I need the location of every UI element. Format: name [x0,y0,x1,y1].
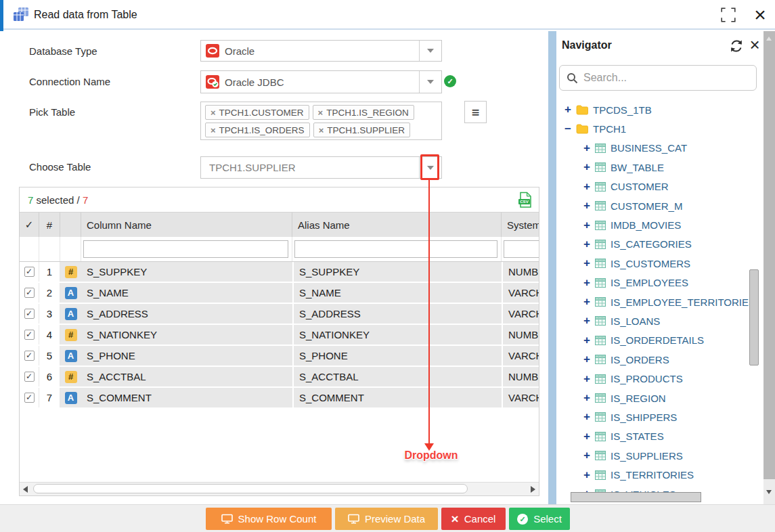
alias-name-filter-input[interactable] [294,240,497,258]
tree-toggle-icon[interactable]: + [564,103,576,116]
chip-remove-icon[interactable]: × [211,108,216,118]
row-checkbox[interactable]: ✓ [24,288,35,298]
tree-item-table[interactable]: +IS_CATEGORIES [556,235,759,254]
tree-item-table[interactable]: +IS_LOANS [556,311,759,330]
database-type-select[interactable]: Oracle [200,40,442,62]
header-column-name[interactable]: Column Name [81,213,292,237]
table-stack-icon [12,7,30,26]
tree-toggle-icon[interactable]: + [583,295,595,309]
table-row[interactable]: ✓3AS_ADDRESSS_ADDRESSVARCHAR [20,304,539,325]
tree-toggle-icon[interactable]: + [583,160,595,174]
grid-horizontal-scrollbar[interactable] [20,482,539,495]
row-checkbox[interactable]: ✓ [24,372,35,382]
pick-table-multiselect[interactable]: ×TPCH1.CUSTOMER×TPCH1.IS_REGION×TPCH1.IS… [200,102,442,140]
tree-toggle-icon[interactable]: + [583,141,595,155]
navigator-horizontal-scrollbar-thumb[interactable] [571,492,701,502]
tree-toggle-icon[interactable]: + [583,180,595,194]
scrollbar-thumb[interactable] [33,484,468,493]
tree-item-table[interactable]: +IS_EMPLOYEES [556,273,759,292]
tree-item-table[interactable]: +IS_ORDERS [556,350,759,369]
row-checkbox[interactable]: ✓ [24,330,35,340]
tree-item-table[interactable]: +CUSTOMER [556,177,759,196]
tree-toggle-icon[interactable]: + [583,410,595,424]
tree-item-table[interactable]: +IS_CUSTOMERS [556,254,759,273]
scroll-down-icon[interactable] [766,490,772,494]
tree-toggle-icon[interactable]: + [583,449,595,462]
window-vertical-scrollbar[interactable] [763,31,775,504]
table-row[interactable]: ✓4#S_NATIONKEYS_NATIONKEYNUMBER [20,325,539,346]
tree-toggle-icon[interactable]: + [583,199,595,213]
navigator-search-box[interactable] [559,65,757,91]
tree-toggle-icon[interactable]: + [583,372,595,386]
chevron-down-icon[interactable] [419,41,441,61]
tree-item-table[interactable]: +IS_EMPLOYEE_TERRITORIES [556,292,759,311]
navigator-vertical-scrollbar-thumb[interactable] [749,269,759,365]
tree-item-schema[interactable]: −TPCH1 [556,119,759,138]
header-system-type[interactable]: System [502,213,539,237]
tree-toggle-icon[interactable]: + [583,353,595,366]
tree-toggle-icon[interactable]: + [583,314,595,328]
close-button[interactable]: × [749,1,772,28]
table-row[interactable]: ✓2AS_NAMES_NAMEVARCHAR [20,283,539,304]
row-checkbox[interactable]: ✓ [24,309,35,319]
maximize-button[interactable] [719,7,738,24]
navigator-close-button[interactable]: × [746,33,763,56]
select-button[interactable]: ✓ Select [509,508,570,530]
table-icon [595,297,606,307]
row-checkbox[interactable]: ✓ [24,267,35,277]
connection-name-select[interactable]: Oracle JDBC [200,70,442,93]
chevron-down-icon[interactable] [419,71,441,93]
tree-toggle-icon[interactable]: + [583,430,595,443]
table-chip[interactable]: ×TPCH1.CUSTOMER [205,105,309,120]
tree-item-table[interactable]: +BUSINESS_CAT [556,139,759,158]
choose-table-select[interactable]: TPCH1.SUPPLIER [200,156,442,179]
chip-remove-icon[interactable]: × [211,125,216,135]
refresh-button[interactable] [728,39,745,55]
tree-item-table[interactable]: +IS_TERRITORIES [556,465,759,484]
scroll-right-icon[interactable] [531,486,535,493]
cancel-button[interactable]: × Cancel [441,508,506,530]
table-row[interactable]: ✓5AS_PHONES_PHONEVARCHAR [20,346,539,367]
scrollbar-thumb[interactable] [763,31,775,479]
tree-item-schema[interactable]: +TPCDS_1TB [556,100,759,119]
tree-item-table[interactable]: +IS_PRODUCTS [556,369,759,388]
show-row-count-button[interactable]: Show Row Count [206,508,332,530]
header-check[interactable]: ✓ [20,213,39,237]
table-menu-button[interactable]: ≡ [464,101,487,123]
tree-item-table[interactable]: +IS_SUPPLIERS [556,446,759,465]
tree-item-label: IS_STATES [611,430,664,442]
export-csv-button[interactable]: CSV [518,192,532,210]
table-chip[interactable]: ×TPCH1.IS_REGION [313,105,414,120]
tree-item-table[interactable]: +IS_STATES [556,427,759,446]
tree-toggle-icon[interactable]: + [583,334,595,347]
navigator-search-input[interactable] [583,72,749,84]
table-chip[interactable]: ×TPCH1.SUPPLIER [313,123,410,137]
tree-toggle-icon[interactable]: + [583,257,595,270]
tree-toggle-icon[interactable]: + [583,219,595,232]
tree-toggle-icon[interactable]: + [583,468,595,482]
tree-toggle-icon[interactable]: − [564,123,576,136]
tree-item-table[interactable]: +IMDB_MOVIES [556,215,759,234]
preview-data-button[interactable]: Preview Data [335,508,438,530]
table-row[interactable]: ✓6#S_ACCTBALS_ACCTBALNUMBER [20,367,539,388]
chip-remove-icon[interactable]: × [319,125,324,135]
row-checkbox[interactable]: ✓ [24,393,35,403]
tree-item-table[interactable]: +IS_REGION [556,389,759,407]
tree-toggle-icon[interactable]: + [583,391,595,405]
header-alias-name[interactable]: Alias Name [292,213,502,237]
table-row[interactable]: ✓7AS_COMMENTS_COMMENTVARCHAR [20,388,539,409]
navigator-panel: Navigator × +TPCDS_1TB−TPCH1+BUSINESS_CA… [556,31,763,504]
row-checkbox[interactable]: ✓ [24,351,35,361]
system-type-filter-input[interactable] [504,240,539,258]
scroll-left-icon[interactable] [23,486,28,493]
tree-toggle-icon[interactable]: + [583,276,595,290]
tree-item-table[interactable]: +BW_TABLE [556,158,759,177]
table-chip[interactable]: ×TPCH1.IS_ORDERS [205,123,310,137]
tree-toggle-icon[interactable]: + [583,238,595,251]
tree-item-table[interactable]: +CUSTOMER_M [556,196,759,215]
column-name-filter-input[interactable] [83,240,288,258]
tree-item-table[interactable]: +IS_ORDERDETAILS [556,331,759,350]
chip-remove-icon[interactable]: × [318,108,324,118]
tree-item-table[interactable]: +IS_SHIPPERS [556,407,759,426]
table-row[interactable]: ✓1#S_SUPPKEYS_SUPPKEYNUMBER [20,262,539,283]
